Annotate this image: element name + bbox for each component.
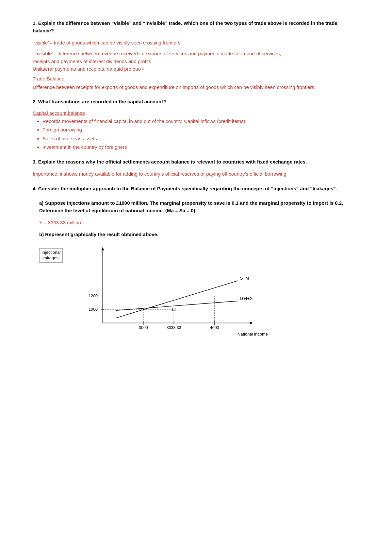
gix-label: G+I+X bbox=[240, 296, 253, 301]
capital-account-bullets: Records movements of financial capital i… bbox=[42, 118, 359, 151]
svg-marker-3 bbox=[250, 321, 253, 324]
trade-balance-heading: Trade Balance bbox=[33, 76, 359, 81]
bullet-4: Investment in the country by foreigners bbox=[42, 144, 359, 151]
y-label-1000: 1000 bbox=[89, 307, 98, 312]
question-1-section: 1. Explain the difference between “visib… bbox=[33, 20, 359, 91]
svg-marker-1 bbox=[101, 247, 104, 250]
question-3-text: 3. Explain the reasons why the official … bbox=[33, 158, 359, 166]
question-4-section: 4. Consider the multiplier approach to t… bbox=[33, 185, 359, 193]
x-label-3000: 3000 bbox=[139, 325, 148, 330]
question-4b-section: b) Represent graphically the result obta… bbox=[39, 231, 359, 337]
question-2-section: 2. What transactions are recorded in the… bbox=[33, 98, 359, 151]
question-1-text: 1. Explain the difference between “visib… bbox=[33, 20, 359, 34]
question-4a-text: a) Suppose injections amount to £1000 mi… bbox=[39, 199, 359, 214]
q1-answer-invisible: “invisible”= difference between revenue … bbox=[33, 50, 359, 73]
x-axis-label: National income bbox=[237, 332, 268, 337]
capital-account-heading: Capital account balance bbox=[33, 110, 359, 116]
q3-answer: Importance: it shows money available for… bbox=[33, 170, 359, 178]
q4a-answer: Y = 3333.33 million bbox=[39, 219, 359, 226]
svg-line-13 bbox=[116, 281, 238, 318]
question-4a-section: a) Suppose injections amount to £1000 mi… bbox=[39, 199, 359, 226]
bullet-3: Sales of overseas assets bbox=[42, 135, 359, 143]
x-label-3333: 3333.33 bbox=[167, 325, 181, 330]
question-2-text: 2. What transactions are recorded in the… bbox=[33, 98, 359, 106]
sm-label: S+M bbox=[240, 276, 249, 281]
graph-container: Injections/ leakages 1000 1200 3000 bbox=[39, 245, 268, 337]
y-label-1200: 1200 bbox=[89, 293, 98, 298]
question-4-text: 4. Consider the multiplier approach to t… bbox=[33, 185, 359, 193]
x-label-4000: 4000 bbox=[210, 325, 219, 330]
graph-svg: 1000 1200 3000 3333.33 4000 S bbox=[39, 245, 268, 337]
bullet-1: Records movements of financial capital i… bbox=[42, 118, 359, 125]
q1-trade-balance-answer: Difference between receipts for exports … bbox=[33, 83, 359, 91]
bullet-2: Foreign borrowing bbox=[42, 126, 359, 134]
svg-line-14 bbox=[116, 301, 238, 310]
question-3-section: 3. Explain the reasons why the official … bbox=[33, 158, 359, 178]
q1-answer-visible: “visible”= trade of goods which can be v… bbox=[33, 39, 359, 46]
question-4b-text: b) Represent graphically the result obta… bbox=[39, 231, 359, 238]
